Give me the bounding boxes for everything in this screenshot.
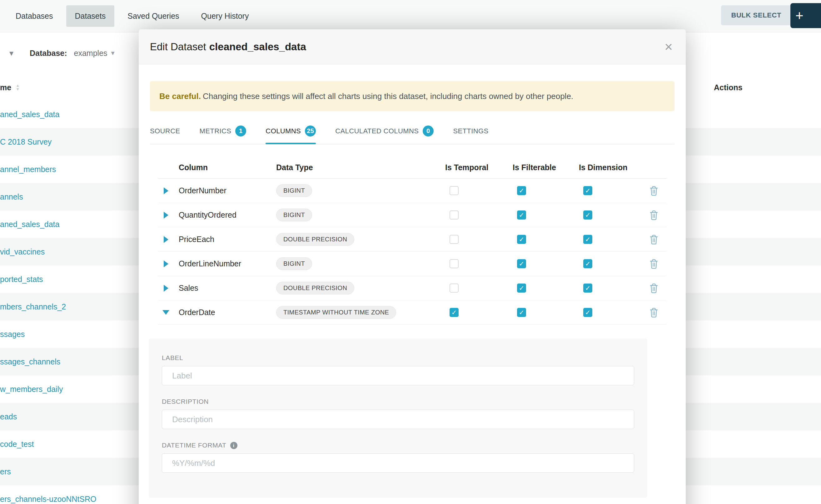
expand-caret-icon[interactable] <box>164 285 168 292</box>
modal-title: Edit Datasetcleaned_sales_data <box>150 41 306 53</box>
warning-banner: Be careful.Changing these settings will … <box>150 81 675 111</box>
is-filterable-checkbox[interactable] <box>517 284 526 293</box>
label-input[interactable] <box>162 366 634 385</box>
top-navigation-bar: Databases Datasets Saved Queries Query H… <box>0 0 821 32</box>
chevron-down-icon[interactable]: ▾ <box>111 49 115 57</box>
is-dimension-checkbox[interactable] <box>583 235 592 244</box>
is-dimension-checkbox[interactable] <box>583 284 592 293</box>
is-temporal-checkbox[interactable] <box>450 186 459 195</box>
is-filterable-checkbox[interactable] <box>517 235 526 244</box>
tab-calculated-columns[interactable]: CALCULATED COLUMNS 0 <box>335 126 434 144</box>
is-temporal-checkbox[interactable] <box>450 259 459 268</box>
is-dimension-checkbox[interactable] <box>583 308 592 317</box>
dataset-link[interactable]: aned_sales_data <box>0 220 59 229</box>
delete-column-icon[interactable] <box>649 235 659 245</box>
column-row: PriceEach DOUBLE PRECISION <box>158 227 666 252</box>
dataset-link[interactable]: ers <box>0 467 11 476</box>
column-name: PriceEach <box>174 235 271 244</box>
dataset-link[interactable]: annels <box>0 192 23 201</box>
warning-banner-text: Changing these settings will affect all … <box>203 91 573 101</box>
data-type-pill: DOUBLE PRECISION <box>276 282 354 294</box>
is-filterable-checkbox[interactable] <box>517 308 526 317</box>
is-dimension-checkbox[interactable] <box>583 259 592 268</box>
dataset-link[interactable]: annel_members <box>0 165 56 174</box>
bulk-select-button[interactable]: BULK SELECT <box>721 5 791 25</box>
datetime-format-field-label: DATETIME FORMAT i <box>162 442 634 449</box>
is-filterable-checkbox[interactable] <box>517 259 526 268</box>
tab-columns[interactable]: COLUMNS 25 <box>265 126 316 144</box>
dataset-link[interactable]: C 2018 Survey <box>0 137 52 146</box>
sort-desc-icon: ▼ <box>16 87 20 91</box>
is-dimension-checkbox[interactable] <box>583 210 592 220</box>
columns-table: Column Data Type Is Temporal Is Filterab… <box>158 157 666 325</box>
tab-metrics[interactable]: METRICS 1 <box>200 126 246 144</box>
collapse-caret-icon[interactable] <box>162 310 169 315</box>
expand-caret-icon[interactable] <box>164 187 168 194</box>
tab-label: COLUMNS <box>265 127 301 135</box>
warning-banner-bold: Be careful. <box>159 91 201 101</box>
column-name: OrderLineNumber <box>174 259 271 268</box>
column-row: OrderNumber BIGINT <box>158 179 666 203</box>
dataset-link[interactable]: ssages <box>0 330 25 339</box>
datetime-format-input[interactable] <box>162 453 634 473</box>
label-field: LABEL <box>162 354 634 385</box>
modal-tab-bar: SOURCE METRICS 1 COLUMNS 25 CALCULATED C… <box>150 126 675 144</box>
dataset-link[interactable]: code_test <box>0 440 34 449</box>
is-temporal-checkbox[interactable] <box>450 308 459 317</box>
add-dataset-button[interactable]: + <box>790 3 821 28</box>
chevron-down-icon[interactable]: ▾ <box>9 48 13 58</box>
dataset-link[interactable]: ssages_channels <box>0 357 60 366</box>
datetime-format-field: DATETIME FORMAT i <box>162 442 634 473</box>
nav-tab-query-history[interactable]: Query History <box>192 5 258 27</box>
sort-icon[interactable]: ▲ ▼ <box>16 84 20 91</box>
dataset-link[interactable]: vid_vaccines <box>0 247 45 256</box>
tab-count-badge: 0 <box>423 126 434 136</box>
dataset-link[interactable]: w_members_daily <box>0 385 63 394</box>
delete-column-icon[interactable] <box>649 283 659 293</box>
expand-caret-icon[interactable] <box>164 260 168 267</box>
is-filterable-checkbox[interactable] <box>517 210 526 220</box>
dataset-link[interactable]: mbers_channels_2 <box>0 302 66 311</box>
delete-column-icon[interactable] <box>649 210 659 220</box>
description-field-label: DESCRIPTION <box>162 398 634 405</box>
close-icon[interactable]: × <box>663 40 675 54</box>
tab-label: SETTINGS <box>453 127 488 135</box>
is-temporal-checkbox[interactable] <box>450 284 459 293</box>
nav-tab-databases[interactable]: Databases <box>7 5 62 27</box>
column-name: QuantityOrdered <box>174 210 271 220</box>
nav-tab-datasets[interactable]: Datasets <box>66 5 115 27</box>
column-row: Sales DOUBLE PRECISION <box>158 276 666 300</box>
is-temporal-checkbox[interactable] <box>450 210 459 220</box>
dataset-link[interactable]: ers_channels-uzooNNtSRO <box>0 495 96 504</box>
tab-count-badge: 1 <box>235 126 246 136</box>
dataset-link[interactable]: eads <box>0 412 17 421</box>
columns-table-header: Column Data Type Is Temporal Is Filterab… <box>158 157 666 179</box>
modal-title-dataset-name: cleaned_sales_data <box>209 41 306 52</box>
label-text: DESCRIPTION <box>162 398 209 405</box>
is-filterable-checkbox[interactable] <box>517 186 526 195</box>
expand-caret-icon[interactable] <box>164 236 168 243</box>
tab-settings[interactable]: SETTINGS <box>453 126 488 144</box>
name-column-header: me <box>0 83 11 92</box>
tab-source[interactable]: SOURCE <box>150 126 180 144</box>
label-text: DATETIME FORMAT <box>162 442 226 449</box>
nav-tab-saved-queries[interactable]: Saved Queries <box>119 5 188 27</box>
dataset-link[interactable]: ported_stats <box>0 275 43 284</box>
delete-column-icon[interactable] <box>649 308 659 318</box>
column-row: OrderLineNumber BIGINT <box>158 252 666 276</box>
delete-column-icon[interactable] <box>649 186 659 196</box>
is-temporal-checkbox[interactable] <box>450 235 459 244</box>
column-header: Column <box>174 163 271 172</box>
data-type-pill: TIMESTAMP WITHOUT TIME ZONE <box>276 306 396 319</box>
database-filter-value[interactable]: examples <box>74 49 107 58</box>
dataset-link[interactable]: aned_sales_data <box>0 110 59 119</box>
expand-caret-icon[interactable] <box>164 212 168 219</box>
label-field-label: LABEL <box>162 354 634 362</box>
info-icon[interactable]: i <box>230 442 237 449</box>
is-dimension-checkbox[interactable] <box>583 186 592 195</box>
dataset-filter-row: ▾ Database: examples ▾ <box>0 44 115 62</box>
is-filterable-header: Is Filterable <box>508 163 574 172</box>
modal-header: Edit Datasetcleaned_sales_data × <box>139 29 686 64</box>
description-input[interactable] <box>162 410 634 429</box>
delete-column-icon[interactable] <box>649 259 659 269</box>
